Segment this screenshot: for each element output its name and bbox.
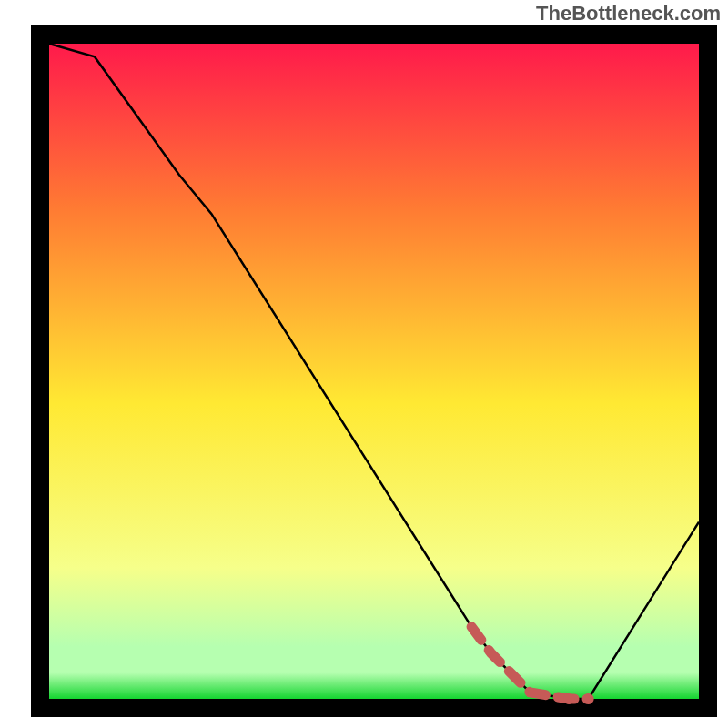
chart-frame: TheBottleneck.com xyxy=(0,0,728,728)
bottleneck-chart xyxy=(0,0,728,728)
plot-background xyxy=(49,44,699,699)
watermark-text: TheBottleneck.com xyxy=(536,2,721,25)
plot-border xyxy=(31,25,49,717)
plot-border xyxy=(699,25,717,717)
accent-dot xyxy=(583,693,594,704)
plot-border xyxy=(31,699,717,717)
accent-dot xyxy=(563,693,574,704)
plot-border xyxy=(31,25,717,44)
